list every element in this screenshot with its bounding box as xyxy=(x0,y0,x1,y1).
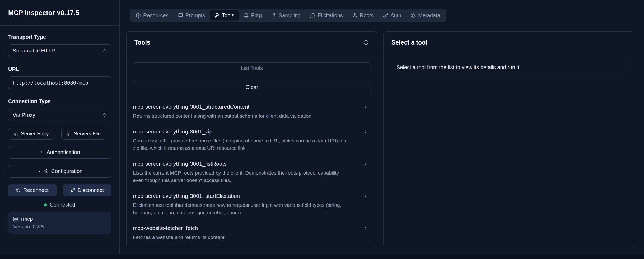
tab-resources[interactable]: Resources xyxy=(131,10,173,20)
servers-file-label: Servers File xyxy=(74,131,101,137)
tab-bar: Resources Prompts Tools Ping xyxy=(130,9,446,22)
chevron-right-icon xyxy=(37,169,41,174)
tool-placeholder-message: Select a tool from the list to view its … xyxy=(390,60,628,75)
bell-icon xyxy=(244,13,249,18)
chat-icon xyxy=(178,13,183,18)
configuration-label: Configuration xyxy=(51,168,83,174)
copy-icon xyxy=(67,132,71,136)
server-entry-label: Server Entry xyxy=(21,131,49,137)
server-entry-button[interactable]: Server Entry xyxy=(8,128,54,140)
server-name: rmcp xyxy=(21,216,33,222)
configuration-toggle[interactable]: Configuration xyxy=(8,165,111,178)
tool-text: mcp-server-everything-3001_startElicitat… xyxy=(133,192,363,216)
authentication-toggle[interactable]: Authentication xyxy=(8,146,111,159)
server-version: Version: 0.8.5 xyxy=(13,224,106,230)
tool-description: Fetches a website and returns its conten… xyxy=(133,234,350,241)
disconnect-button[interactable]: Disconnect xyxy=(63,184,111,196)
tool-text: mcp-server-everything-3001_structuredCon… xyxy=(133,103,363,120)
detail-panel-header: Select a tool xyxy=(384,32,635,54)
tab-label: Metadata xyxy=(418,12,440,18)
unplug-icon xyxy=(71,188,75,193)
disconnect-label: Disconnect xyxy=(78,187,104,193)
tab-metadata[interactable]: Metadata xyxy=(406,10,445,20)
sidebar: MCP Inspector v0.17.5 Transport Type Str… xyxy=(0,0,120,254)
server-icon xyxy=(13,217,18,222)
chevron-right-icon xyxy=(363,226,368,231)
tab-label: Tools xyxy=(222,12,234,18)
authentication-label: Authentication xyxy=(46,149,80,155)
tab-auth[interactable]: Auth xyxy=(379,10,406,20)
reconnect-button[interactable]: Reconnect xyxy=(8,184,57,196)
tool-text: mcp-website-fetcher_fetch Fetches a webs… xyxy=(133,224,363,241)
tab-label: Sampling xyxy=(279,12,301,18)
tools-panel: Tools List Tools Clear xyxy=(126,31,377,248)
connection-actions-row: Reconnect Disconnect xyxy=(8,184,111,196)
tab-roots[interactable]: Roots xyxy=(348,10,378,20)
transport-type-label: Transport Type xyxy=(8,33,111,40)
panels-row: Tools List Tools Clear xyxy=(126,31,635,248)
tab-label: Prompts xyxy=(185,12,205,18)
app-title: MCP Inspector v0.17.5 xyxy=(8,9,79,17)
chevron-right-icon xyxy=(39,150,44,155)
tool-list-item[interactable]: mcp-server-everything-3001_structuredCon… xyxy=(133,103,371,120)
chevron-right-icon xyxy=(363,104,368,109)
url-input[interactable] xyxy=(8,76,111,89)
connection-status: Connected xyxy=(8,202,111,208)
list-tools-button[interactable]: List Tools xyxy=(133,62,371,74)
chevron-right-icon xyxy=(363,193,368,199)
tool-description: Compresses the provided resource files (… xyxy=(133,137,350,152)
tab-label: Auth xyxy=(390,12,401,18)
tab-sampling[interactable]: Sampling xyxy=(267,10,305,20)
tool-list-item[interactable]: mcp-website-fetcher_fetch Fetches a webs… xyxy=(133,224,371,241)
hash-icon xyxy=(271,13,276,18)
tab-prompts[interactable]: Prompts xyxy=(174,10,209,20)
tool-list-item[interactable]: mcp-server-everything-3001_startElicitat… xyxy=(133,192,371,216)
tool-list-item[interactable]: mcp-server-everything-3001_listRoots Lis… xyxy=(133,160,371,184)
tab-label: Ping xyxy=(251,12,262,18)
sidebar-body: Transport Type Streamable HTTP URL Conne… xyxy=(0,26,119,234)
tool-description: Returns structured content along with an… xyxy=(133,112,350,120)
tool-text: mcp-server-everything-3001_listRoots Lis… xyxy=(133,160,363,184)
tools-panel-body: List Tools Clear mcp-server-everything-3… xyxy=(127,54,377,247)
key-icon xyxy=(383,13,388,18)
hammer-icon xyxy=(214,13,220,18)
copy-buttons-row: Server Entry Servers File xyxy=(8,128,111,140)
package-icon xyxy=(136,13,141,18)
tab-elicitations[interactable]: Elicitations xyxy=(306,10,347,20)
tool-name: mcp-server-everything-3001_listRoots xyxy=(133,160,350,168)
transport-type-value: Streamable HTTP xyxy=(13,48,55,54)
servers-file-button[interactable]: Servers File xyxy=(61,128,106,140)
connection-type-select[interactable]: Via Proxy xyxy=(8,109,111,121)
tool-name: mcp-website-fetcher_fetch xyxy=(133,224,350,232)
green-dot xyxy=(44,203,47,206)
tab-label: Elicitations xyxy=(318,12,343,18)
chevrons-up-down-icon xyxy=(102,113,107,117)
tool-description: Elicitation test tool that demonstrates … xyxy=(133,202,350,216)
search-button[interactable] xyxy=(363,40,369,46)
app-root: MCP Inspector v0.17.5 Transport Type Str… xyxy=(0,0,644,254)
transport-type-select[interactable]: Streamable HTTP xyxy=(8,44,111,57)
rotate-ccw-icon xyxy=(16,188,21,193)
tool-detail-panel: Select a tool Select a tool from the lis… xyxy=(383,31,635,248)
tool-description: Lists the current MCP roots provided by … xyxy=(133,169,350,184)
tool-name: mcp-server-everything-3001_zip xyxy=(133,128,350,136)
tab-tools[interactable]: Tools xyxy=(210,10,239,20)
gear-icon xyxy=(411,13,416,18)
tab-label: Resources xyxy=(143,12,169,18)
network-icon xyxy=(352,13,357,18)
tool-text: mcp-server-everything-3001_zip Compresse… xyxy=(133,128,363,152)
detail-panel-title: Select a tool xyxy=(391,39,427,46)
connection-type-value: Via Proxy xyxy=(13,112,35,118)
tab-label: Roots xyxy=(360,12,374,18)
tool-name: mcp-server-everything-3001_structuredCon… xyxy=(133,103,350,111)
detail-panel-body: Select a tool from the list to view its … xyxy=(384,54,635,75)
server-card: rmcp Version: 0.8.5 xyxy=(8,212,111,234)
clear-button[interactable]: Clear xyxy=(133,81,371,93)
message-icon xyxy=(310,13,315,18)
tools-panel-title: Tools xyxy=(134,39,150,46)
tab-ping[interactable]: Ping xyxy=(239,10,266,20)
reconnect-label: Reconnect xyxy=(23,187,49,193)
main-area: Resources Prompts Tools Ping xyxy=(120,0,644,254)
tool-list-item[interactable]: mcp-server-everything-3001_zip Compresse… xyxy=(133,128,371,152)
chevron-right-icon xyxy=(363,161,368,166)
